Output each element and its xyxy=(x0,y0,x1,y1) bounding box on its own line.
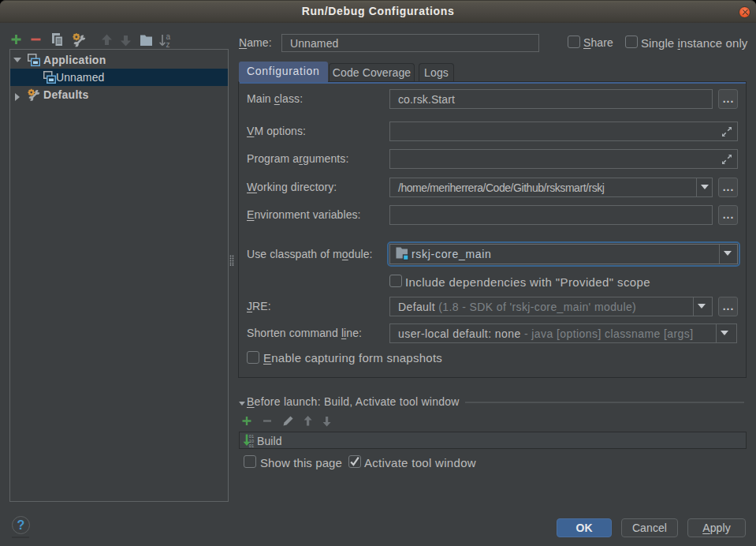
svg-text:01: 01 xyxy=(249,443,254,448)
svg-text:z: z xyxy=(166,40,170,49)
